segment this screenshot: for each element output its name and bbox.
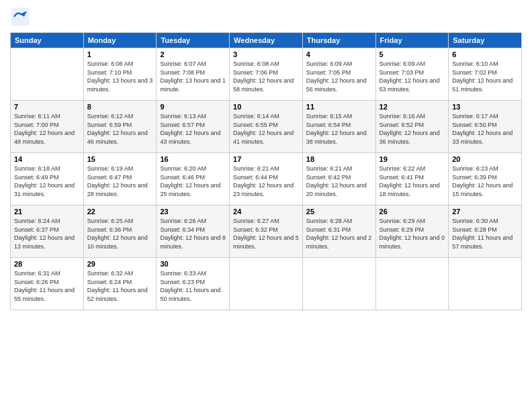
- day-info: Sunrise: 6:24 AM Sunset: 6:37 PM Dayligh…: [14, 217, 80, 250]
- day-info: Sunrise: 6:25 AM Sunset: 6:36 PM Dayligh…: [87, 217, 153, 250]
- day-info: Sunrise: 6:07 AM Sunset: 7:08 PM Dayligh…: [160, 60, 226, 93]
- sunset-text: Sunset: 6:44 PM: [233, 173, 299, 182]
- day-info: Sunrise: 6:18 AM Sunset: 6:49 PM Dayligh…: [14, 165, 80, 198]
- sunset-text: Sunset: 6:32 PM: [233, 226, 299, 234]
- sunset-text: Sunset: 6:34 PM: [160, 226, 226, 234]
- day-info: Sunrise: 6:16 AM Sunset: 6:52 PM Dayligh…: [380, 112, 445, 146]
- daylight-text: Daylight: 12 hours and 25 minutes.: [160, 181, 226, 198]
- daylight-text: Daylight: 12 hours and 0 minutes.: [380, 234, 445, 250]
- sunset-text: Sunset: 6:59 PM: [87, 121, 153, 130]
- sunrise-text: Sunrise: 6:20 AM: [160, 165, 226, 173]
- day-number: 21: [14, 208, 80, 216]
- calendar-week-row: 14 Sunrise: 6:18 AM Sunset: 6:49 PM Dayl…: [11, 153, 522, 205]
- daylight-text: Daylight: 12 hours and 8 minutes.: [160, 234, 226, 250]
- calendar-cell: 3 Sunrise: 6:08 AM Sunset: 7:06 PM Dayli…: [230, 48, 303, 101]
- weekday-header: Sunday: [11, 33, 84, 48]
- sunrise-text: Sunrise: 6:32 AM: [87, 269, 153, 278]
- daylight-text: Daylight: 13 hours and 3 minutes.: [87, 77, 153, 93]
- sunrise-text: Sunrise: 6:07 AM: [160, 60, 226, 68]
- day-number: 20: [452, 155, 518, 163]
- daylight-text: Daylight: 12 hours and 2 minutes.: [306, 234, 372, 250]
- sunset-text: Sunset: 6:41 PM: [380, 173, 445, 182]
- day-number: 12: [380, 103, 445, 111]
- daylight-text: Daylight: 13 hours and 1 minute.: [160, 77, 226, 93]
- day-info: Sunrise: 6:09 AM Sunset: 7:03 PM Dayligh…: [380, 60, 445, 93]
- day-info: Sunrise: 6:12 AM Sunset: 6:59 PM Dayligh…: [87, 112, 153, 146]
- day-info: Sunrise: 6:15 AM Sunset: 6:54 PM Dayligh…: [306, 112, 372, 146]
- sunrise-text: Sunrise: 6:09 AM: [306, 60, 372, 68]
- sunrise-text: Sunrise: 6:13 AM: [160, 112, 226, 121]
- day-info: Sunrise: 6:22 AM Sunset: 6:41 PM Dayligh…: [380, 165, 445, 198]
- day-number: 2: [160, 50, 226, 58]
- sunset-text: Sunset: 6:50 PM: [452, 121, 518, 130]
- day-number: 22: [87, 208, 153, 216]
- daylight-text: Daylight: 12 hours and 58 minutes.: [233, 77, 299, 93]
- daylight-text: Daylight: 12 hours and 56 minutes.: [306, 77, 372, 93]
- weekday-header: Friday: [375, 33, 449, 48]
- daylight-text: Daylight: 12 hours and 41 minutes.: [233, 129, 299, 146]
- calendar-cell: 7 Sunrise: 6:11 AM Sunset: 7:00 PM Dayli…: [11, 101, 84, 153]
- calendar-cell: 19 Sunrise: 6:22 AM Sunset: 6:41 PM Dayl…: [375, 153, 449, 205]
- sunset-text: Sunset: 6:47 PM: [87, 173, 153, 182]
- day-info: Sunrise: 6:06 AM Sunset: 7:10 PM Dayligh…: [87, 60, 153, 93]
- daylight-text: Daylight: 11 hours and 57 minutes.: [452, 234, 518, 250]
- sunset-text: Sunset: 6:28 PM: [452, 226, 518, 234]
- sunset-text: Sunset: 6:26 PM: [14, 278, 80, 287]
- calendar-cell: 11 Sunrise: 6:15 AM Sunset: 6:54 PM Dayl…: [302, 101, 375, 153]
- sunrise-text: Sunrise: 6:30 AM: [452, 217, 518, 226]
- day-number: 4: [306, 50, 372, 58]
- sunrise-text: Sunrise: 6:14 AM: [233, 112, 299, 121]
- calendar-cell: 30 Sunrise: 6:33 AM Sunset: 6:23 PM Dayl…: [157, 258, 230, 310]
- sunset-text: Sunset: 6:36 PM: [87, 226, 153, 234]
- day-info: Sunrise: 6:19 AM Sunset: 6:47 PM Dayligh…: [87, 165, 153, 198]
- daylight-text: Daylight: 12 hours and 15 minutes.: [452, 181, 518, 198]
- sunset-text: Sunset: 7:08 PM: [160, 68, 226, 77]
- daylight-text: Daylight: 12 hours and 38 minutes.: [306, 129, 372, 146]
- calendar-week-row: 21 Sunrise: 6:24 AM Sunset: 6:37 PM Dayl…: [11, 205, 522, 258]
- logo: [10, 7, 33, 27]
- calendar-cell: 25 Sunrise: 6:28 AM Sunset: 6:31 PM Dayl…: [302, 205, 375, 258]
- day-number: 18: [306, 155, 372, 163]
- calendar-week-row: 7 Sunrise: 6:11 AM Sunset: 7:00 PM Dayli…: [11, 101, 522, 153]
- sunrise-text: Sunrise: 6:18 AM: [14, 165, 80, 173]
- day-info: Sunrise: 6:11 AM Sunset: 7:00 PM Dayligh…: [14, 112, 80, 146]
- sunrise-text: Sunrise: 6:17 AM: [452, 112, 518, 121]
- day-number: 23: [160, 208, 226, 216]
- day-number: 16: [160, 155, 226, 163]
- sunset-text: Sunset: 6:23 PM: [160, 278, 226, 287]
- calendar-cell: 14 Sunrise: 6:18 AM Sunset: 6:49 PM Dayl…: [11, 153, 84, 205]
- sunset-text: Sunset: 6:49 PM: [14, 173, 80, 182]
- daylight-text: Daylight: 12 hours and 23 minutes.: [233, 181, 299, 198]
- calendar-cell: 10 Sunrise: 6:14 AM Sunset: 6:55 PM Dayl…: [230, 101, 303, 153]
- day-number: 30: [160, 260, 226, 268]
- sunrise-text: Sunrise: 6:10 AM: [452, 60, 518, 68]
- day-number: 14: [14, 155, 80, 163]
- daylight-text: Daylight: 12 hours and 33 minutes.: [452, 129, 518, 146]
- calendar-cell: 21 Sunrise: 6:24 AM Sunset: 6:37 PM Dayl…: [11, 205, 84, 258]
- sunrise-text: Sunrise: 6:27 AM: [233, 217, 299, 226]
- calendar-cell: 17 Sunrise: 6:21 AM Sunset: 6:44 PM Dayl…: [230, 153, 303, 205]
- day-info: Sunrise: 6:28 AM Sunset: 6:31 PM Dayligh…: [306, 217, 372, 250]
- day-number: 13: [452, 103, 518, 111]
- daylight-text: Daylight: 12 hours and 10 minutes.: [87, 234, 153, 250]
- calendar-cell: [11, 48, 84, 101]
- day-info: Sunrise: 6:20 AM Sunset: 6:46 PM Dayligh…: [160, 165, 226, 198]
- calendar-cell: 16 Sunrise: 6:20 AM Sunset: 6:46 PM Dayl…: [157, 153, 230, 205]
- calendar-cell: [449, 258, 522, 310]
- daylight-text: Daylight: 12 hours and 13 minutes.: [14, 234, 80, 250]
- calendar-cell: 5 Sunrise: 6:09 AM Sunset: 7:03 PM Dayli…: [375, 48, 449, 101]
- day-number: 3: [233, 50, 299, 58]
- calendar-cell: 12 Sunrise: 6:16 AM Sunset: 6:52 PM Dayl…: [375, 101, 449, 153]
- page-header: [10, 7, 522, 27]
- calendar-cell: 1 Sunrise: 6:06 AM Sunset: 7:10 PM Dayli…: [83, 48, 157, 101]
- sunset-text: Sunset: 6:29 PM: [380, 226, 445, 234]
- calendar-cell: 15 Sunrise: 6:19 AM Sunset: 6:47 PM Dayl…: [83, 153, 157, 205]
- day-number: 9: [160, 103, 226, 111]
- sunrise-text: Sunrise: 6:15 AM: [306, 112, 372, 121]
- sunrise-text: Sunrise: 6:33 AM: [160, 269, 226, 278]
- daylight-text: Daylight: 12 hours and 28 minutes.: [87, 181, 153, 198]
- daylight-text: Daylight: 12 hours and 20 minutes.: [306, 181, 372, 198]
- calendar-week-row: 28 Sunrise: 6:31 AM Sunset: 6:26 PM Dayl…: [11, 258, 522, 310]
- logo-icon: [10, 7, 30, 27]
- calendar-cell: 27 Sunrise: 6:30 AM Sunset: 6:28 PM Dayl…: [449, 205, 522, 258]
